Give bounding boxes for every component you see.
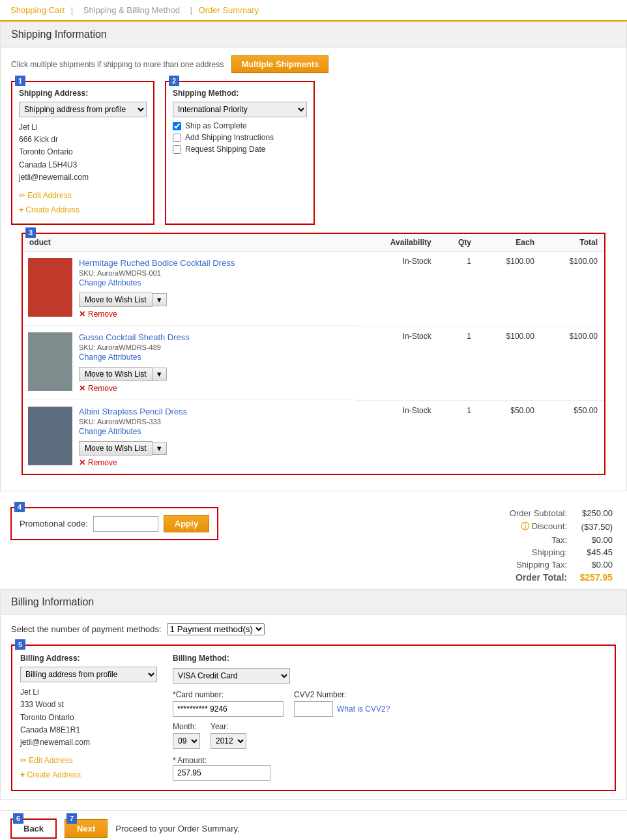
cvv-link[interactable]: What is CVV2? xyxy=(337,704,390,714)
product-image-0 xyxy=(28,258,72,317)
box-number-2: 2 xyxy=(169,76,179,86)
proceed-text: Proceed to your Order Summary. xyxy=(115,824,240,833)
shipping-address-text: Jet Li 666 Kick dr Toronto Ontario Canad… xyxy=(19,121,147,184)
wish-list-button-0[interactable]: Move to Wish List xyxy=(79,293,153,307)
shipping-section-title: Shipping Information xyxy=(1,22,626,48)
billing-address-select[interactable]: Billing address from profile xyxy=(20,667,157,682)
promo-label: Promotional code: xyxy=(20,519,88,529)
product-sku-0: SKU: AuroraWMDRS-001 xyxy=(79,269,235,277)
product-name-0[interactable]: Hermitage Ruched Bodice Cocktail Dress xyxy=(79,258,235,268)
billing-address-label: Billing Address: xyxy=(20,654,157,663)
amount-input[interactable] xyxy=(173,765,270,781)
remove-link-1[interactable]: ✕ Remove xyxy=(79,384,190,393)
product-attr-2[interactable]: Change Attributes xyxy=(79,427,141,436)
wish-list-button-1[interactable]: Move to Wish List xyxy=(79,367,153,381)
shipping-value: $45.45 xyxy=(571,546,617,558)
card-number-input[interactable] xyxy=(173,701,284,717)
shipping-label: Shipping: xyxy=(506,546,571,558)
next-button[interactable]: 7 Next xyxy=(65,819,108,838)
wish-list-arrow-1[interactable]: ▼ xyxy=(153,368,167,381)
back-button[interactable]: 6 Back xyxy=(10,818,57,839)
availability-1: In-Stock xyxy=(355,326,438,400)
year-label: Year: xyxy=(211,722,246,731)
payment-methods-select[interactable]: 1 Payment method(s) xyxy=(167,623,265,635)
breadcrumb-summary[interactable]: Order Summary xyxy=(199,5,259,15)
remove-link-0[interactable]: ✕ Remove xyxy=(79,310,235,319)
total-0: $100.00 xyxy=(541,252,604,326)
total-2: $50.00 xyxy=(541,400,604,474)
subtotal-value: $250.00 xyxy=(571,507,617,519)
create-billing-address-link[interactable]: + Create Address xyxy=(20,768,157,783)
box-number-4: 4 xyxy=(14,502,25,512)
shipping-method-select[interactable]: International Priority xyxy=(173,102,307,117)
promo-apply-button[interactable]: Apply xyxy=(164,515,209,532)
availability-2: In-Stock xyxy=(355,400,438,474)
billing-method-label: Billing Method: xyxy=(173,654,607,663)
box-number-3: 3 xyxy=(25,227,36,238)
tax-label: Tax: xyxy=(506,534,571,546)
shipping-section: Shipping Information Click multiple ship… xyxy=(0,22,627,491)
card-fields: *Card number: CVV2 Number: What is CVV2? xyxy=(173,690,607,717)
total-1: $100.00 xyxy=(541,326,604,400)
create-shipping-address-link[interactable]: + Create Address xyxy=(19,203,147,218)
product-name-2[interactable]: Albini Strapless Pencil Dress xyxy=(79,407,187,416)
edit-billing-address-link[interactable]: ✏ Edit Address xyxy=(20,754,157,768)
order-total-value: $257.95 xyxy=(571,571,617,584)
edit-shipping-address-link[interactable]: ✏ Edit Address xyxy=(19,189,147,203)
card-select-row: VISA Credit Card xyxy=(173,668,607,684)
year-group: Year: 2012 xyxy=(211,722,246,749)
product-name-1[interactable]: Gusso Cocktail Sheath Dress xyxy=(79,332,190,342)
each-1: $100.00 xyxy=(478,326,541,400)
promo-summary-row: 4 Promotional code: Apply Order Subtotal… xyxy=(0,502,627,589)
product-attr-1[interactable]: Change Attributes xyxy=(79,353,141,362)
discount-value: ($37.50) xyxy=(571,519,617,534)
col-total: Total xyxy=(541,234,604,252)
box-number-7: 7 xyxy=(66,813,77,824)
month-group: Month: 09 xyxy=(173,722,200,749)
payment-method-row: Select the number of payment methods: 1 … xyxy=(11,623,616,635)
card-type-select[interactable]: VISA Credit Card xyxy=(173,668,290,684)
wish-list-arrow-0[interactable]: ▼ xyxy=(153,293,167,306)
product-info-1: Gusso Cocktail Sheath Dress SKU: AuroraW… xyxy=(79,332,190,393)
tax-value: $0.00 xyxy=(571,534,617,546)
product-sku-2: SKU: AuroraWMDRS-333 xyxy=(79,418,187,426)
wish-remove-1: Move to Wish List ▼ ✕ Remove xyxy=(79,367,190,393)
promo-input[interactable] xyxy=(93,516,158,532)
products-section: 3 oduct Availability Qty Each Total xyxy=(22,233,605,475)
multiple-shipments-button[interactable]: Multiple Shipments xyxy=(231,55,328,73)
month-year-row: Month: 09 Year: 2012 xyxy=(173,722,607,749)
shipping-address-select[interactable]: Shipping address from profile xyxy=(19,102,147,117)
shipping-address-label: Shipping Address: xyxy=(19,89,147,98)
cvv-input[interactable] xyxy=(294,701,333,717)
shipment-hint: Click multiple shipments if shipping to … xyxy=(11,55,616,73)
ship-complete-checkbox[interactable] xyxy=(173,122,181,130)
ship-complete-row: Ship as Complete xyxy=(173,121,307,130)
each-2: $50.00 xyxy=(478,400,541,474)
wish-list-arrow-2[interactable]: ▼ xyxy=(153,442,167,455)
shipping-address-box: 1 Shipping Address: Shipping address fro… xyxy=(11,81,154,225)
month-select[interactable]: 09 xyxy=(173,733,200,749)
breadcrumb-sep2: | xyxy=(190,5,192,15)
wish-list-button-2[interactable]: Move to Wish List xyxy=(79,441,153,456)
month-label: Month: xyxy=(173,722,200,731)
billing-section: Billing Information Select the number of… xyxy=(0,589,627,800)
qty-1: 1 xyxy=(438,326,478,400)
table-row: Gusso Cocktail Sheath Dress SKU: AuroraW… xyxy=(23,326,604,400)
cvv-label: CVV2 Number: xyxy=(294,690,390,699)
wish-remove-2: Move to Wish List ▼ ✕ Remove xyxy=(79,441,187,467)
add-shipping-row: Add Shipping Instructions xyxy=(173,133,307,142)
billing-inner: 5 Billing Address: Billing address from … xyxy=(11,644,616,791)
breadcrumb: Shopping Cart | Shipping & Billing Metho… xyxy=(0,0,627,22)
shipping-method-box: 2 Shipping Method: International Priorit… xyxy=(165,81,315,225)
product-attr-0[interactable]: Change Attributes xyxy=(79,278,141,287)
availability-0: In-Stock xyxy=(355,252,438,326)
year-select[interactable]: 2012 xyxy=(211,733,246,749)
request-date-checkbox[interactable] xyxy=(173,145,181,154)
card-number-group: *Card number: xyxy=(173,690,284,717)
shipping-tax-value: $0.00 xyxy=(571,558,617,571)
discount-label: ⓘ Discount: xyxy=(506,519,571,534)
breadcrumb-cart[interactable]: Shopping Cart xyxy=(10,5,65,15)
breadcrumb-shipping: Shipping & Billing Method xyxy=(83,5,180,15)
add-shipping-checkbox[interactable] xyxy=(173,134,181,142)
remove-link-2[interactable]: ✕ Remove xyxy=(79,458,187,467)
